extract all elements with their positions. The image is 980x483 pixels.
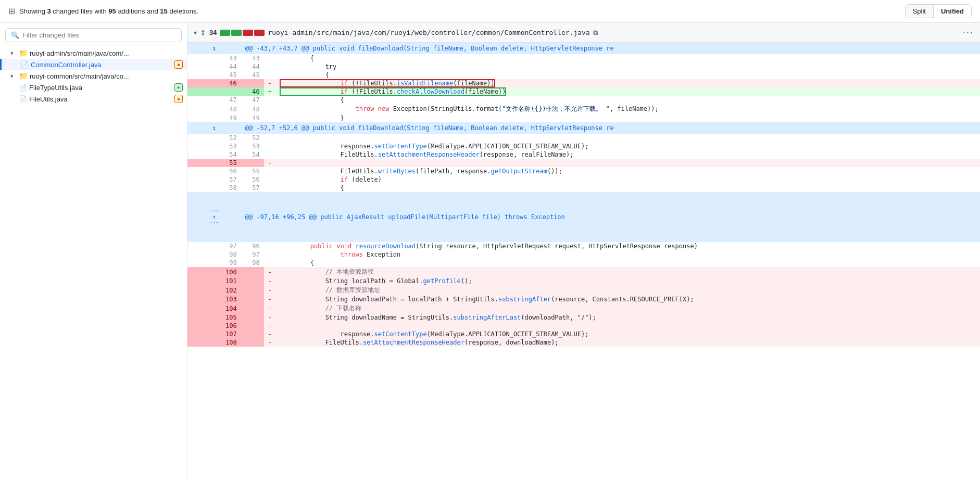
file-badge-orange2: ● [174, 95, 183, 103]
table-row: 100 - // 本地资源路径 [187, 267, 980, 277]
deletions-count: 15 [160, 7, 167, 15]
file-badge-orange: ● [174, 60, 183, 69]
collapse-icon[interactable]: ▾ [194, 29, 197, 36]
table-row: 107 - response.setContentType(MediaType.… [187, 330, 980, 338]
table-row: 52 52 [187, 134, 980, 142]
file-icon: 📄 [20, 61, 29, 69]
file-header-left: ▾ ⇕ 34 ruoyi-admin/src/main/java/com/ruo… [194, 29, 598, 37]
diff-table: ↕ @@ -43,7 +43,7 @@ public void fileDown… [187, 43, 980, 347]
filetypeutils-label: FileTypeUtils.java [29, 84, 172, 92]
main-layout: 🔍 ▾ 📁 ruoyi-admin/src/main/java/com/... … [0, 23, 980, 483]
fileutils-label: FileUtils.java [29, 95, 172, 103]
hunk3-expand-icon[interactable]: ··· ↑ ··· [187, 192, 241, 242]
changed-count: 3 [47, 7, 51, 15]
diff-pills [220, 30, 265, 36]
table-row: 49 49 } [187, 114, 980, 122]
hunk1-header-text: @@ -43,7 +43,7 @@ public void fileDownlo… [241, 43, 980, 54]
table-row: 45 45 { [187, 71, 980, 79]
hunk1-header: ↕ @@ -43,7 +43,7 @@ public void fileDown… [187, 43, 980, 54]
chevron-down-icon2: ▾ [10, 73, 17, 80]
copy-icon[interactable]: ⧉ [593, 29, 598, 37]
diff-panel: ▾ ⇕ 34 ruoyi-admin/src/main/java/com/ruo… [187, 23, 980, 483]
sidebar: 🔍 ▾ 📁 ruoyi-admin/src/main/java/com/... … [0, 23, 187, 483]
table-row: 97 96 public void resourceDownload(Strin… [187, 242, 980, 250]
table-row: 44 44 try [187, 62, 980, 71]
file-path: ruoyi-admin/src/main/java/com/ruoyi/web/… [268, 29, 589, 36]
table-row: 55 - [187, 159, 980, 167]
hunk2-expand-icon[interactable]: ↕ [187, 122, 241, 134]
table-row: 99 98 { [187, 259, 980, 267]
hunk3-header: ··· ↑ ··· @@ -97,16 +96,25 @@ public Aja… [187, 192, 980, 242]
sidebar-item-dir1[interactable]: ▾ 📁 ruoyi-admin/src/main/java/com/... [0, 47, 187, 59]
table-row: 46 + if (!FileUtils.checkAllowDownload(f… [187, 87, 980, 96]
table-row: 56 55 FileUtils.writeBytes(filePath, res… [187, 167, 980, 175]
table-row: 53 53 response.setContentType(MediaType.… [187, 142, 980, 150]
table-row: 102 - // 数据库资源地址 [187, 285, 980, 295]
table-row: 57 56 if (delete) [187, 175, 980, 184]
dir1-label: ruoyi-admin/src/main/java/com/... [30, 49, 183, 57]
hunk-expand-icon[interactable]: ↕ [187, 43, 241, 54]
table-row: 101 - String localPath = Global.getProfi… [187, 277, 980, 285]
unified-button[interactable]: Unified [934, 5, 971, 18]
file-badge-green: + [174, 83, 183, 92]
folder-icon2: 📁 [19, 72, 28, 80]
common-controller-label: CommonController.java [31, 61, 172, 69]
sidebar-item-fileutils[interactable]: 📄 FileUtils.java ● [0, 93, 187, 105]
files-icon: ⊞ [8, 6, 15, 16]
table-row: 103 - String downloadPath = localPath + … [187, 295, 980, 303]
table-row: 98 97 throws Exception [187, 250, 980, 259]
table-row: 54 54 FileUtils.setAttachmentResponseHea… [187, 150, 980, 159]
split-button[interactable]: Split [906, 5, 934, 18]
sidebar-item-filetypeutils[interactable]: 📄 FileTypeUtils.java + [0, 82, 187, 93]
table-row: 105 - String downloadName = StringUtils.… [187, 313, 980, 322]
hunk2-header-text: @@ -52,7 +52,6 @@ public void fileDownlo… [241, 122, 980, 134]
file-icon3: 📄 [19, 95, 27, 103]
summary-text: Showing 3 changed files with 95 addition… [19, 7, 198, 15]
search-icon: 🔍 [11, 31, 19, 39]
file-header: ▾ ⇕ 34 ruoyi-admin/src/main/java/com/ruo… [187, 23, 980, 43]
table-row: 47 47 { [187, 96, 980, 104]
more-options-icon[interactable]: ··· [963, 27, 974, 38]
table-row: 104 - // 下载名称 [187, 303, 980, 313]
top-bar-left: ⊞ Showing 3 changed files with 95 additi… [8, 6, 198, 16]
hunk2-header: ↕ @@ -52,7 +52,6 @@ public void fileDown… [187, 122, 980, 134]
table-row: 48 48 throw new Exception(StringUtils.fo… [187, 104, 980, 114]
search-input[interactable] [22, 31, 176, 39]
sidebar-item-common-controller[interactable]: 📄 CommonController.java ● [0, 59, 187, 70]
chevron-down-icon: ▾ [10, 50, 17, 57]
folder-icon: 📁 [19, 49, 28, 57]
table-row: 106 - [187, 322, 980, 330]
diff-count: 34 [209, 29, 217, 36]
table-row: 46 - if (!FileUtils.isValidFilename(file… [187, 79, 980, 87]
view-toggle: Split Unified [905, 4, 972, 18]
additions-count: 95 [108, 7, 116, 15]
top-bar: ⊞ Showing 3 changed files with 95 additi… [0, 0, 980, 23]
dir2-label: ruoyi-common/src/main/java/co... [30, 72, 183, 80]
arrows-icon: ⇕ [200, 29, 206, 37]
sidebar-item-dir2[interactable]: ▾ 📁 ruoyi-common/src/main/java/co... [0, 70, 187, 82]
file-icon2: 📄 [19, 84, 27, 92]
table-row: 43 43 { [187, 54, 980, 62]
hunk3-header-text: @@ -97,16 +96,25 @@ public AjaxResult up… [241, 192, 980, 242]
search-box[interactable]: 🔍 [5, 28, 182, 42]
table-row: 58 57 { [187, 184, 980, 192]
table-row: 108 - FileUtils.setAttachmentResponseHea… [187, 338, 980, 347]
